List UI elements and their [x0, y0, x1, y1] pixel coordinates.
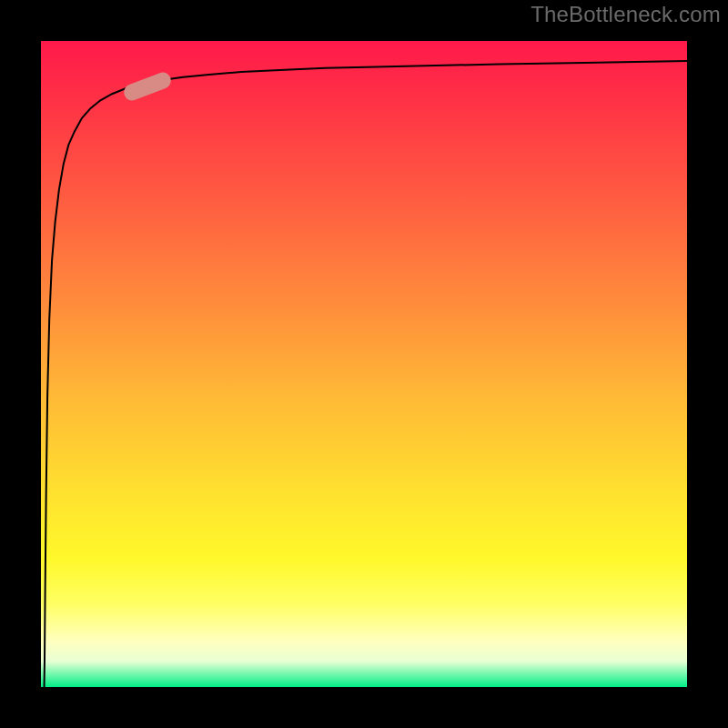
- gradient-background: [41, 41, 687, 687]
- watermark-text: TheBottleneck.com: [531, 2, 721, 27]
- plot-area: [41, 41, 687, 687]
- chart-frame: TheBottleneck.com: [0, 0, 728, 728]
